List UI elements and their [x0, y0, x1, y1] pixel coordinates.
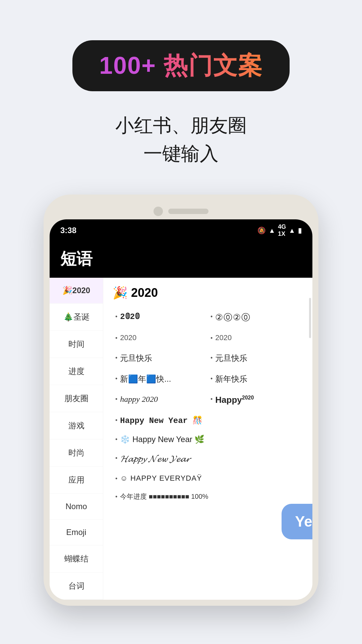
- phone-mockup: 3:38 🔕 ▲ 4G1X ▲ ▮ 短语 🎉2020 🎄圣诞: [44, 195, 318, 606]
- bullet-icon: •: [115, 354, 117, 362]
- bullet-icon: •: [210, 354, 213, 362]
- list-item[interactable]: • 𝓗𝓪𝓹𝓹𝔂 𝓝𝓮𝔀 𝓨𝓮𝓪𝓻: [113, 449, 303, 469]
- app-title: 短语: [60, 250, 93, 268]
- bullet-icon: •: [210, 375, 213, 383]
- item-text-everyday: ☺ HAPPY EVERYDAŸ: [120, 474, 202, 483]
- list-item[interactable]: • 新年快乐: [208, 369, 303, 389]
- bullet-icon: •: [115, 395, 117, 404]
- list-item[interactable]: • 元旦快乐: [208, 348, 303, 369]
- badge-cn: 热门文案: [164, 52, 263, 79]
- item-text-progress: 今年进度 ■■■■■■■■■■ 100%: [120, 492, 208, 501]
- sidebar-item-games[interactable]: 游戏: [50, 412, 103, 439]
- item-text-2020-b: ②⓪②⓪: [215, 311, 251, 323]
- items-grid: • 2𝟘2𝟘 • ②⓪②⓪ • 2020 •: [113, 307, 303, 506]
- status-icons: 🔕 ▲ 4G1X ▲ ▮: [257, 223, 302, 237]
- speaker-bar: [168, 209, 208, 214]
- bullet-icon: •: [115, 475, 117, 482]
- list-item[interactable]: • Happy New Year 🎊: [113, 411, 303, 430]
- phone-outer: 3:38 🔕 ▲ 4G1X ▲ ▮ 短语 🎉2020 🎄圣诞: [44, 195, 318, 606]
- list-item[interactable]: • happy 2020: [113, 389, 208, 411]
- status-time: 3:38: [60, 226, 76, 235]
- sidebar-item-progress[interactable]: 进度: [50, 358, 103, 385]
- sidebar-item-apps[interactable]: 应用: [50, 467, 103, 494]
- subtitle-line2: 一键输入: [115, 140, 247, 168]
- bullet-icon: •: [115, 493, 117, 500]
- tooltip-bubble: Year Pr: [282, 504, 312, 539]
- item-text-hny-a: Happy New Year 🎊: [120, 416, 202, 425]
- subtitle-line1: 小红书、朋友圈: [115, 111, 247, 140]
- item-text-newyear-a: 元旦快乐: [120, 353, 152, 364]
- list-item[interactable]: • 2𝟘2𝟘: [113, 307, 208, 328]
- mute-icon: 🔕: [257, 226, 266, 234]
- item-text-hny-b: ❄️ Happy New Year 🌿: [120, 435, 204, 444]
- bullet-icon: •: [115, 313, 117, 321]
- sidebar-item-2020[interactable]: 🎉2020: [50, 278, 103, 304]
- sidebar-item-lines[interactable]: 台词: [50, 573, 103, 600]
- app-header: 短语: [50, 241, 312, 278]
- signal-bars: ▲: [289, 227, 295, 234]
- bullet-icon: •: [210, 395, 213, 404]
- camera-circle: [154, 207, 163, 216]
- sidebar-item-emoji[interactable]: Emoji: [50, 520, 103, 545]
- bullet-icon: •: [115, 334, 117, 342]
- bullet-icon: •: [115, 455, 117, 462]
- badge-text: 100+ 热门文案: [99, 52, 263, 79]
- scrollbar[interactable]: [309, 298, 311, 338]
- bullet-icon: •: [115, 375, 117, 383]
- section-title: 🎉 2020: [113, 286, 303, 300]
- item-text-2020-d: 2020: [215, 333, 232, 343]
- subtitle: 小红书、朋友圈 一键输入: [115, 111, 247, 168]
- bullet-icon: •: [115, 417, 117, 424]
- tooltip-text: Year Pr: [295, 513, 312, 530]
- phone-screen: 3:38 🔕 ▲ 4G1X ▲ ▮ 短语 🎉2020 🎄圣诞: [50, 219, 312, 600]
- item-text-xinnian-a: 新🟦年🟦快...: [120, 373, 171, 385]
- list-item[interactable]: • ②⓪②⓪: [208, 307, 303, 328]
- sidebar-item-bowknot[interactable]: 蝴蝶结: [50, 545, 103, 573]
- sidebar-item-christmas[interactable]: 🎄圣诞: [50, 304, 103, 331]
- list-item[interactable]: • 新🟦年🟦快...: [113, 369, 208, 389]
- app-body: 🎉2020 🎄圣诞 时间 进度 朋友圈 游戏 时尚 应用 Nomo Emoji …: [50, 278, 312, 600]
- phone-camera-area: [50, 201, 312, 219]
- bullet-icon: •: [210, 313, 213, 321]
- status-bar: 3:38 🔕 ▲ 4G1X ▲ ▮: [50, 219, 312, 241]
- sidebar-item-friends[interactable]: 朋友圈: [50, 385, 103, 412]
- sidebar-item-time[interactable]: 时间: [50, 331, 103, 358]
- item-text-newyear-b: 元旦快乐: [215, 353, 247, 364]
- bullet-icon: •: [115, 436, 117, 443]
- list-item[interactable]: • 元旦快乐: [113, 348, 208, 369]
- item-text-happy2020-b: Happy2020: [215, 394, 254, 406]
- item-text-hny-c: 𝓗𝓪𝓹𝓹𝔂 𝓝𝓮𝔀 𝓨𝓮𝓪𝓻: [120, 453, 190, 465]
- sidebar-item-nomo[interactable]: Nomo: [50, 494, 103, 520]
- list-item[interactable]: • Happy2020: [208, 389, 303, 411]
- sidebar-item-fashion[interactable]: 时尚: [50, 439, 103, 467]
- list-item[interactable]: • 2020: [113, 328, 208, 348]
- badge-num: 100+: [99, 52, 156, 79]
- list-item[interactable]: • 2020: [208, 328, 303, 348]
- bullet-icon: •: [210, 334, 213, 342]
- item-text-2020-c: 2020: [120, 333, 136, 343]
- badge-pill: 100+ 热门文案: [72, 40, 290, 91]
- list-item[interactable]: • ❄️ Happy New Year 🌿: [113, 430, 303, 449]
- list-item[interactable]: • 今年进度 ■■■■■■■■■■ 100%: [113, 487, 303, 506]
- signal-text: 4G1X: [278, 223, 286, 237]
- sidebar: 🎉2020 🎄圣诞 时间 进度 朋友圈 游戏 时尚 应用 Nomo Emoji …: [50, 278, 103, 600]
- item-text-happy2020-a: happy 2020: [120, 394, 158, 405]
- wifi-icon: ▲: [268, 227, 275, 234]
- list-item[interactable]: • ☺ HAPPY EVERYDAŸ: [113, 469, 303, 487]
- content-area: 🎉 2020 • 2𝟘2𝟘 • ②⓪②⓪ •: [103, 278, 312, 600]
- battery-icon: ▮: [298, 226, 302, 234]
- item-text-2020-a: 2𝟘2𝟘: [120, 311, 140, 323]
- top-section: 100+ 热门文案 小红书、朋友圈 一键输入: [0, 0, 362, 168]
- item-text-xinnian-b: 新年快乐: [215, 373, 247, 385]
